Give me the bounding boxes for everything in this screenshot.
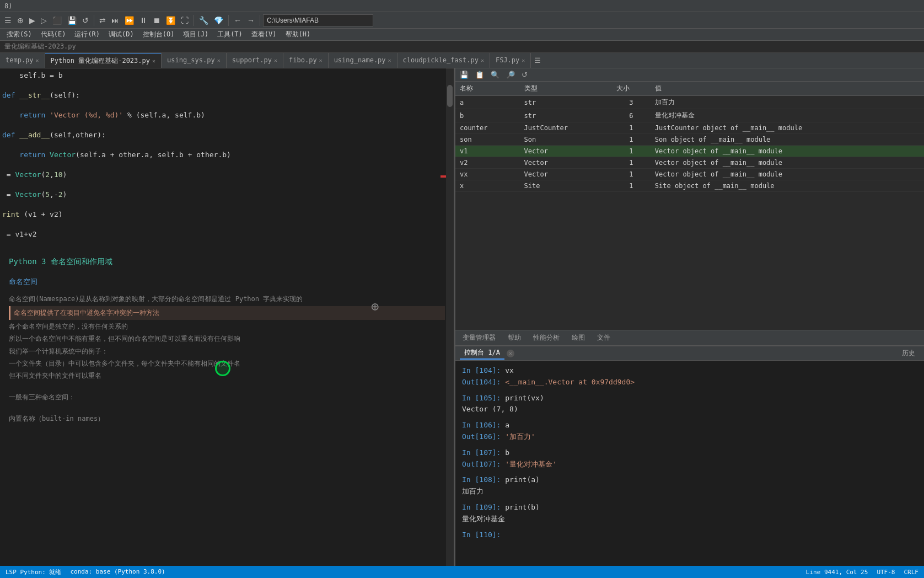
sep-1: [94, 15, 94, 26]
var-tab-perf[interactable]: 性能分析: [528, 331, 565, 344]
console-block-109: In [109]: print(b) 量化对冲基金: [462, 502, 917, 525]
table-row[interactable]: a str 3 加百力: [455, 96, 924, 109]
var-size-b: 6: [612, 109, 651, 122]
col-type: 类型: [520, 82, 612, 96]
toolbar-save[interactable]: 💾: [65, 15, 79, 26]
sep-4: [260, 15, 260, 26]
toolbar-back[interactable]: ←: [232, 15, 244, 26]
section-body-2: 各个命名空间是独立的，没有任何关系的: [9, 322, 445, 332]
tab-using-name-close[interactable]: ✕: [388, 57, 391, 63]
error-marker: [440, 175, 446, 178]
console-close-btn[interactable]: ✕: [507, 350, 514, 357]
menu-view[interactable]: 查看(V): [247, 29, 281, 40]
col-size: 大小: [612, 82, 651, 96]
table-row[interactable]: b str 6 量化对冲基金: [455, 109, 924, 122]
section-subheading: 命名空间: [9, 277, 445, 287]
var-toolbar: 💾 📋 🔍 🔎 ↺: [455, 68, 924, 82]
var-refresh-btn[interactable]: ↺: [519, 69, 530, 80]
var-size-v2: 1: [612, 157, 651, 169]
var-search-btn[interactable]: 🔍: [488, 69, 502, 80]
toolbar-btn-5[interactable]: ⇄: [97, 15, 108, 26]
toolbar-btn-7[interactable]: ⏩: [122, 15, 136, 26]
toolbar-btn-10[interactable]: ⏬: [164, 15, 178, 26]
console-tab[interactable]: 控制台 1/A: [460, 347, 504, 360]
toolbar-stop[interactable]: ⬛: [50, 15, 64, 26]
tab-main[interactable]: Python 量化编程基础-2023.py ✕: [45, 53, 162, 68]
tab-support[interactable]: support.py ✕: [227, 53, 283, 68]
tab-support-close[interactable]: ✕: [274, 57, 277, 63]
menu-debug[interactable]: 调试(D): [104, 29, 138, 40]
toolbar-btn-2[interactable]: ⊕: [15, 15, 26, 26]
toolbar-btn-6[interactable]: ⏭: [109, 15, 121, 26]
toolbar-btn-11[interactable]: ⛶: [179, 15, 191, 26]
scroll-thumb[interactable]: [447, 85, 453, 107]
tab-using-sys-close[interactable]: ✕: [217, 57, 221, 63]
path-input[interactable]: [263, 14, 373, 26]
tab-cloudpickle-label: cloudpickle_fast.py: [403, 56, 479, 64]
var-size-x: 1: [612, 180, 651, 192]
var-type-a: str: [520, 96, 612, 109]
toolbar-forward[interactable]: →: [245, 15, 257, 26]
var-copy-btn[interactable]: 📋: [473, 69, 486, 80]
tab-overflow-btn[interactable]: ☰: [531, 54, 544, 67]
code-line: [0, 100, 454, 110]
var-tab-help[interactable]: 帮助: [503, 331, 526, 344]
console-content[interactable]: In [104]: vx Out[104]: <__main__.Vector …: [455, 361, 924, 578]
var-tab-plot[interactable]: 绘图: [567, 331, 590, 344]
tab-fsj-close[interactable]: ✕: [522, 57, 525, 63]
tab-using-name[interactable]: using_name.py ✕: [329, 53, 397, 68]
code-line: [0, 239, 454, 249]
console-in-109: In [109]: print(b): [462, 502, 917, 513]
menu-code[interactable]: 代码(E): [36, 29, 71, 40]
table-row[interactable]: v2 Vector 1 Vector object of __main__ mo…: [455, 157, 924, 169]
tab-temp-close[interactable]: ✕: [36, 57, 39, 63]
editor-content[interactable]: self.b = b def __str__(self): return 'Ve…: [0, 68, 454, 578]
tab-cloudpickle[interactable]: cloudpickle_fast.py ✕: [397, 53, 490, 68]
menu-search[interactable]: 搜索(S): [2, 29, 36, 40]
table-row[interactable]: counter JustCounter 1 JustCounter object…: [455, 122, 924, 134]
tab-fsj[interactable]: FSJ.py ✕: [490, 53, 531, 68]
title-bar: 8): [0, 0, 924, 12]
menu-console[interactable]: 控制台(O): [138, 29, 179, 40]
tab-temp[interactable]: temp.py ✕: [0, 53, 45, 68]
toolbar-btn-13[interactable]: 💎: [212, 15, 225, 26]
menu-tools[interactable]: 工具(T): [213, 29, 247, 40]
var-tab-files[interactable]: 文件: [592, 331, 615, 344]
toolbar-btn-8[interactable]: ⏸: [137, 15, 149, 26]
var-table[interactable]: 名称 类型 大小 值 a str 3 加百力: [455, 82, 924, 330]
table-row[interactable]: vx Vector 1 Vector object of __main__ mo…: [455, 169, 924, 180]
toolbar-btn-12[interactable]: 🔧: [197, 15, 211, 26]
table-row[interactable]: v1 Vector 1 Vector object of __main__ mo…: [455, 146, 924, 157]
section-highlight: 命名空间提供了在项目中避免名字冲突的一种方法: [9, 306, 445, 320]
code-area: self.b = b def __str__(self): return 'Ve…: [0, 68, 454, 578]
tab-cloudpickle-close[interactable]: ✕: [481, 57, 484, 63]
var-save-btn[interactable]: 💾: [458, 69, 471, 80]
var-value-vx: Vector object of __main__ module: [651, 169, 924, 180]
var-tab-manager[interactable]: 变量管理器: [458, 331, 501, 344]
menu-run[interactable]: 运行(R): [70, 29, 104, 40]
var-table-inner: 名称 类型 大小 值 a str 3 加百力: [455, 82, 924, 192]
tab-fibo-close[interactable]: ✕: [319, 57, 323, 63]
table-row[interactable]: x Site 1 Site object of __main__ module: [455, 180, 924, 192]
var-zoom-btn[interactable]: 🔎: [504, 69, 517, 80]
history-tab[interactable]: 历史: [898, 347, 920, 359]
toolbar-btn-1[interactable]: ☰: [2, 15, 14, 26]
toolbar-refresh[interactable]: ↺: [80, 15, 91, 26]
toolbar-debug[interactable]: ▷: [39, 15, 49, 26]
tab-using-sys[interactable]: using_sys.py ✕: [162, 53, 227, 68]
console-out-104: Out[104]: <__main__.Vector at 0x97dd9d0>: [462, 377, 917, 388]
tab-temp-label: temp.py: [6, 56, 34, 64]
code-line: [0, 81, 454, 90]
tab-fibo[interactable]: fibo.py ✕: [283, 53, 329, 68]
code-line: def __add__(self,other):: [0, 130, 454, 140]
tab-main-close[interactable]: ✕: [152, 58, 155, 64]
console-block-108: In [108]: print(a) 加百力: [462, 474, 917, 497]
col-name: 名称: [455, 82, 520, 96]
table-row[interactable]: son Son 1 Son object of __main__ module: [455, 134, 924, 146]
menu-project[interactable]: 项目(J): [179, 29, 213, 40]
menu-help[interactable]: 帮助(H): [281, 29, 315, 40]
toolbar-btn-9[interactable]: ⏹: [151, 15, 163, 26]
v-scrollbar[interactable]: ▼: [446, 68, 454, 578]
title-text: 8): [4, 2, 12, 10]
toolbar-run[interactable]: ▶: [27, 15, 37, 26]
